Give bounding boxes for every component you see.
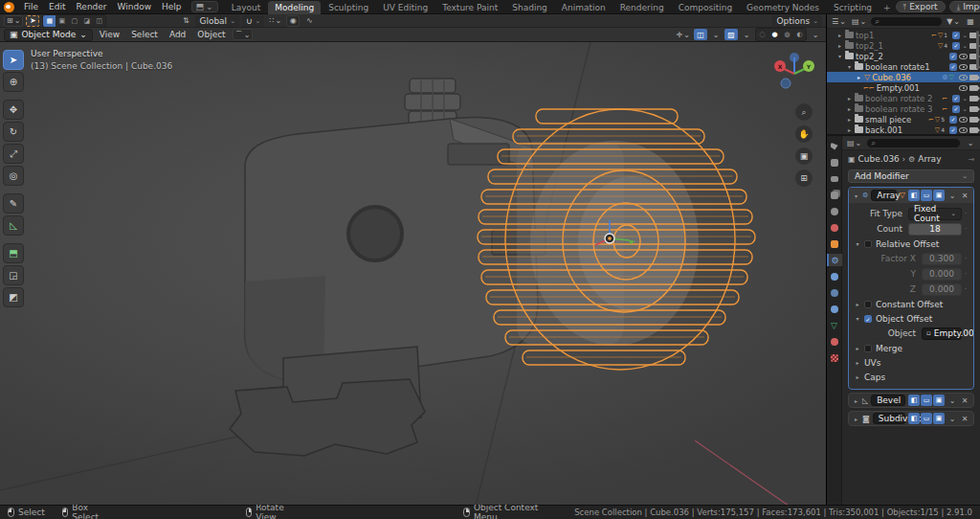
- tab-compositing[interactable]: Compositing: [672, 1, 739, 14]
- menu-select[interactable]: Select: [126, 28, 163, 42]
- overlays-chevron-icon[interactable]: ⌄: [709, 29, 723, 40]
- eye-open-icon[interactable]: [959, 54, 968, 59]
- modifier-delete-icon[interactable]: ✕: [960, 396, 969, 405]
- outliner-row-cube-036[interactable]: ▸▽ Cube.036 ⚙▽: [827, 72, 980, 82]
- animate-dot-icon[interactable]: ·: [962, 225, 969, 233]
- tool-cursor[interactable]: ⊕: [3, 72, 24, 92]
- outliner-row-top2_2[interactable]: ▾ top2_2 ✓: [827, 51, 980, 61]
- tab-modeling[interactable]: Modeling: [268, 1, 321, 14]
- eye-open-icon[interactable]: [959, 127, 968, 133]
- tab-rendering[interactable]: Rendering: [613, 1, 671, 14]
- subdivision-modifier-header[interactable]: ▸ ◙ Subdivision ◧ ▭ ▣ ⌄ ✕: [848, 411, 974, 426]
- shading-rendered-icon[interactable]: ◐: [793, 29, 806, 40]
- tab-constraints-icon[interactable]: [827, 303, 842, 315]
- expand-icon[interactable]: ▸: [836, 42, 843, 49]
- collapse-icon[interactable]: ▾: [846, 63, 853, 70]
- tab-scripting[interactable]: Scripting: [827, 1, 879, 14]
- relative-offset-checkbox[interactable]: [864, 240, 872, 248]
- render-display-icon[interactable]: ▣: [933, 413, 945, 424]
- object-offset-checkbox[interactable]: ✓: [864, 315, 872, 323]
- expand-icon[interactable]: ▸: [853, 416, 859, 422]
- editor-type-button[interactable]: ⊞ ⌄: [4, 15, 23, 27]
- render-display-icon[interactable]: ▣: [933, 395, 945, 406]
- add-modifier-button[interactable]: Add Modifier ⌄: [848, 169, 974, 183]
- viewport-canvas[interactable]: User Perspective (13) Scene Collection |…: [0, 42, 826, 505]
- menu-file[interactable]: File: [19, 0, 43, 14]
- outliner-row-boolean-rotate1[interactable]: ▾ boolean rotate1 ✓: [827, 61, 980, 72]
- tab-world-icon[interactable]: [827, 221, 842, 234]
- tab-render-icon[interactable]: [827, 156, 842, 169]
- perspective-toggle-icon[interactable]: ⊞: [795, 169, 813, 187]
- options-dropdown[interactable]: Options⌄: [772, 15, 822, 27]
- tool-transform[interactable]: ◎: [3, 166, 24, 186]
- outliner-row-boolean-rotate-3[interactable]: ▸ boolean rotate 3 ⌐ ✓⌄: [827, 103, 980, 114]
- collapse-icon[interactable]: ▾: [836, 53, 843, 59]
- outliner-row-top2_1[interactable]: ▸ top2_1 ▽4 ✓⌄: [827, 40, 980, 51]
- outliner-scrollbar[interactable]: [976, 31, 979, 69]
- camera-visibility-icon[interactable]: [969, 75, 978, 80]
- checkbox-icon[interactable]: ✓: [949, 63, 957, 71]
- animate-dot-icon[interactable]: ·: [962, 270, 969, 278]
- tool-scale[interactable]: ⤢: [3, 144, 24, 164]
- menu-view[interactable]: View: [95, 28, 124, 42]
- realtime-display-icon[interactable]: ▭: [921, 190, 932, 201]
- menu-object[interactable]: Object: [192, 28, 230, 42]
- tool-extra-2[interactable]: ◩: [3, 287, 24, 307]
- navigation-gizmo[interactable]: X Y: [772, 52, 816, 96]
- transform-orientation-dropdown[interactable]: Global⌄: [195, 15, 239, 27]
- object-offset-section[interactable]: ▾ ✓ Object Offset: [849, 312, 969, 325]
- tab-scene-icon[interactable]: [827, 205, 842, 217]
- tab-material-icon[interactable]: [827, 335, 842, 348]
- pan-hand-icon[interactable]: ✋: [795, 125, 813, 143]
- outliner-editor-type-button[interactable]: ☰⌄: [830, 15, 848, 27]
- proportional-falloff-icon[interactable]: ∿: [302, 15, 316, 27]
- shading-solid-icon[interactable]: ●: [768, 29, 781, 40]
- modifier-delete-icon[interactable]: ✕: [960, 415, 969, 423]
- uvs-section[interactable]: ▸ UVs: [849, 356, 969, 369]
- edit-mode-display-icon[interactable]: ◧: [908, 395, 920, 406]
- eye-closed-icon[interactable]: ⌄: [962, 33, 968, 38]
- modifier-name-field[interactable]: Subdivision: [873, 413, 905, 424]
- import-button[interactable]: ⤓Import: [949, 1, 980, 12]
- tab-output-icon[interactable]: [827, 172, 842, 185]
- checkbox-icon[interactable]: ✓: [952, 42, 960, 50]
- outliner-row-small-piece[interactable]: ▸ small piece ⌐▽5 ✓: [827, 114, 980, 124]
- outliner-display-mode-button[interactable]: ▤⌄: [850, 15, 868, 27]
- snapping-dropdown[interactable]: ∪⌄: [242, 15, 264, 27]
- tab-geometry-nodes[interactable]: Geometry Nodes: [740, 1, 826, 14]
- camera-visibility-icon[interactable]: [969, 127, 978, 133]
- camera-visibility-icon[interactable]: [969, 96, 978, 102]
- filter-icon[interactable]: ▼⌄: [945, 15, 962, 27]
- modifier-extras-icon[interactable]: ⌄: [947, 192, 957, 200]
- camera-view-icon[interactable]: ▣: [795, 147, 813, 165]
- expand-icon[interactable]: ▸: [846, 126, 853, 133]
- outliner-row-empty-001[interactable]: ⌐⌐ Empty.001: [827, 82, 980, 93]
- camera-visibility-icon[interactable]: [969, 85, 978, 91]
- expand-icon[interactable]: ▸: [853, 397, 859, 404]
- expand-icon[interactable]: ▸: [846, 95, 853, 102]
- tab-layout[interactable]: Layout: [225, 1, 268, 14]
- active-tool-icon[interactable]: ➤: [26, 15, 39, 27]
- eye-open-icon[interactable]: [959, 85, 968, 91]
- count-field[interactable]: 18: [908, 223, 962, 236]
- properties-search-input[interactable]: [878, 138, 956, 147]
- on-cage-icon[interactable]: ▽: [900, 192, 905, 199]
- edit-mode-display-icon[interactable]: ◧: [908, 190, 920, 201]
- properties-options-icon[interactable]: ⌄: [964, 137, 977, 148]
- checkbox-icon[interactable]: ✓: [949, 116, 957, 124]
- properties-editor-type-button[interactable]: ▤⌄: [845, 137, 863, 148]
- collapse-icon[interactable]: ▾: [853, 192, 859, 199]
- realtime-display-icon[interactable]: ▭: [921, 395, 932, 406]
- tab-physics-icon[interactable]: [827, 286, 842, 299]
- xray-toggle[interactable]: ▨: [724, 29, 738, 40]
- factor-x-field[interactable]: 0.300: [922, 253, 962, 265]
- outliner-search-input[interactable]: [881, 16, 938, 26]
- tab-object-data-icon[interactable]: ▽: [827, 319, 842, 331]
- eye-closed-icon[interactable]: ⌄: [962, 96, 968, 102]
- constant-offset-section[interactable]: ▸ Constant Offset: [849, 298, 969, 310]
- eye-closed-icon[interactable]: ⌄: [962, 106, 968, 112]
- constant-offset-checkbox[interactable]: [864, 301, 872, 308]
- shading-material-icon[interactable]: ◍: [781, 29, 793, 40]
- outliner-row-boolean-rotate-2[interactable]: ▸ boolean rotate 2 ⌐ ✓⌄: [827, 93, 980, 103]
- modifier-delete-icon[interactable]: ✕: [960, 192, 969, 200]
